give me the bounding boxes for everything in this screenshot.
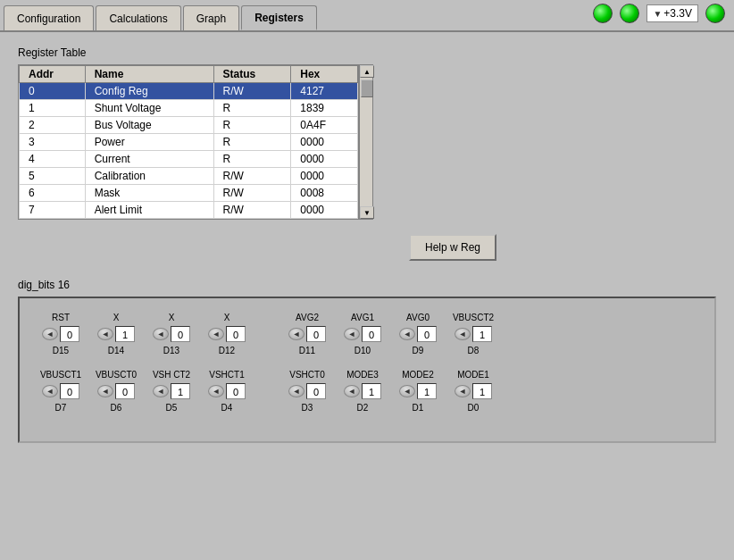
bit-bottom-label: D1 (413, 403, 424, 413)
bit-bottom-label: D5 (166, 403, 178, 413)
register-table-wrapper: Addr Name Status Hex 0Config RegR/W41271… (18, 64, 716, 261)
cell-name: Bus Voltage (85, 117, 213, 134)
scrollbar[interactable]: ▲ ▼ (359, 64, 373, 220)
bit-decrement-btn[interactable]: ◄ (288, 328, 304, 340)
bit-decrement-btn[interactable]: ◄ (208, 328, 224, 340)
bit-cell-d8: VBUSCT2◄1D8 (450, 313, 496, 355)
col-addr: Addr (20, 66, 86, 83)
scroll-track (360, 78, 372, 206)
table-row[interactable]: 4CurrentR0000 (20, 151, 358, 168)
table-row[interactable]: 7Alert LimitR/W0000 (20, 202, 358, 219)
bit-decrement-btn[interactable]: ◄ (153, 385, 169, 397)
tab-configuration[interactable]: Configuration (4, 5, 94, 30)
bit-bottom-label: D3 (302, 403, 313, 413)
bit-cell-d2: MODE3◄1D2 (339, 370, 386, 413)
bit-top-label: VBUSCT2 (453, 313, 494, 322)
bit-decrement-btn[interactable]: ◄ (455, 385, 471, 397)
table-row[interactable]: 3PowerR0000 (20, 134, 358, 151)
led-green-3 (705, 4, 725, 23)
bit-value-display: 1 (472, 383, 492, 399)
bit-value-display: 1 (115, 326, 135, 342)
bit-top-label: AVG2 (296, 313, 319, 322)
scroll-up-arrow[interactable]: ▲ (360, 65, 374, 78)
bits-top-row: RST◄0D15X◄1D14X◄0D13X◄0D12AVG2◄0D11AVG1◄… (38, 313, 696, 355)
bit-decrement-btn[interactable]: ◄ (455, 328, 471, 340)
table-row[interactable]: 2Bus VoltageR0A4F (20, 117, 358, 134)
bit-control: ◄0 (153, 326, 190, 342)
bit-top-label: VBUSCT0 (96, 370, 137, 380)
bit-decrement-btn[interactable]: ◄ (97, 328, 113, 340)
bit-decrement-btn[interactable]: ◄ (288, 385, 304, 397)
table-container: Addr Name Status Hex 0Config RegR/W41271… (18, 64, 359, 220)
bit-decrement-btn[interactable]: ◄ (344, 328, 360, 340)
bit-cell-d13: X◄0D13 (148, 313, 195, 355)
bit-decrement-btn[interactable]: ◄ (344, 385, 360, 397)
cell-hex: 4127 (291, 83, 358, 100)
bit-decrement-btn[interactable]: ◄ (399, 328, 415, 340)
bit-value-display: 1 (417, 383, 437, 399)
cell-status: R/W (213, 168, 291, 185)
cell-addr: 3 (20, 134, 86, 151)
table-row[interactable]: 5CalibrationR/W0000 (20, 168, 358, 185)
bit-top-label: VBUSCT1 (40, 370, 81, 380)
cell-addr: 5 (20, 168, 86, 185)
voltage-display: ▼ +3.3V (646, 4, 698, 22)
bit-cell-d10: AVG1◄0D10 (339, 313, 386, 355)
bit-control: ◄1 (344, 383, 381, 399)
cell-status: R (213, 117, 291, 134)
bit-control: ◄0 (208, 383, 246, 399)
tab-calculations[interactable]: Calculations (96, 5, 180, 30)
cell-name: Shunt Voltage (85, 100, 213, 117)
table-row[interactable]: 1Shunt VoltageR1839 (20, 100, 358, 117)
cell-name: Config Reg (85, 83, 213, 100)
bit-control: ◄0 (288, 383, 326, 399)
digbits-box: RST◄0D15X◄1D14X◄0D13X◄0D12AVG2◄0D11AVG1◄… (18, 297, 716, 443)
cell-name: Current (85, 151, 213, 168)
bit-cell-d14: X◄1D14 (93, 313, 139, 355)
cell-hex: 0008 (291, 185, 358, 202)
bit-cell-d6: VBUSCT0◄0D6 (93, 370, 139, 413)
cell-addr: 6 (20, 185, 86, 202)
bit-cell-d0: MODE1◄1D0 (450, 370, 496, 413)
bit-control: ◄1 (399, 383, 437, 399)
bit-decrement-btn[interactable]: ◄ (42, 328, 58, 340)
bit-control: ◄1 (153, 383, 190, 399)
bit-bottom-label: D12 (219, 346, 235, 355)
bit-decrement-btn[interactable]: ◄ (153, 328, 169, 340)
table-row[interactable]: 6MaskR/W0008 (20, 185, 358, 202)
bit-cell-d5: VSH CT2◄1D5 (148, 370, 195, 413)
bit-top-label: RST (52, 313, 70, 322)
bit-top-label: X (224, 313, 230, 322)
bit-bottom-label: D11 (299, 346, 315, 355)
scroll-thumb[interactable] (361, 79, 373, 97)
bit-cell-d1: MODE2◄1D1 (395, 370, 441, 413)
bit-top-label: AVG0 (406, 313, 430, 322)
bit-control: ◄1 (97, 326, 135, 342)
bit-value-display: 0 (226, 383, 246, 399)
tab-registers[interactable]: Registers (241, 5, 317, 30)
bit-value-display: 1 (472, 326, 492, 342)
cell-hex: 0000 (291, 202, 358, 219)
bit-value-display: 1 (362, 383, 381, 399)
scroll-down-arrow[interactable]: ▼ (360, 206, 374, 219)
cell-status: R/W (213, 202, 291, 219)
table-row[interactable]: 0Config RegR/W4127 (20, 83, 358, 100)
bit-control: ◄0 (42, 326, 79, 342)
bit-bottom-label: D0 (468, 403, 480, 413)
bit-decrement-btn[interactable]: ◄ (208, 385, 224, 397)
bit-decrement-btn[interactable]: ◄ (42, 385, 58, 397)
bit-decrement-btn[interactable]: ◄ (97, 385, 113, 397)
bit-control: ◄0 (97, 383, 135, 399)
bit-top-label: MODE2 (402, 370, 434, 380)
tab-graph[interactable]: Graph (183, 5, 239, 30)
bit-decrement-btn[interactable]: ◄ (399, 385, 415, 397)
bit-top-label: X (113, 313, 120, 322)
bit-value-display: 0 (417, 326, 437, 342)
help-button[interactable]: Help w Reg (409, 234, 496, 261)
header-right: ▼ +3.3V (593, 4, 725, 23)
col-status: Status (213, 66, 291, 83)
cell-status: R/W (213, 83, 291, 100)
cell-status: R (213, 151, 291, 168)
col-hex: Hex (291, 66, 358, 83)
bit-cell-d4: VSHCT1◄0D4 (204, 370, 250, 413)
